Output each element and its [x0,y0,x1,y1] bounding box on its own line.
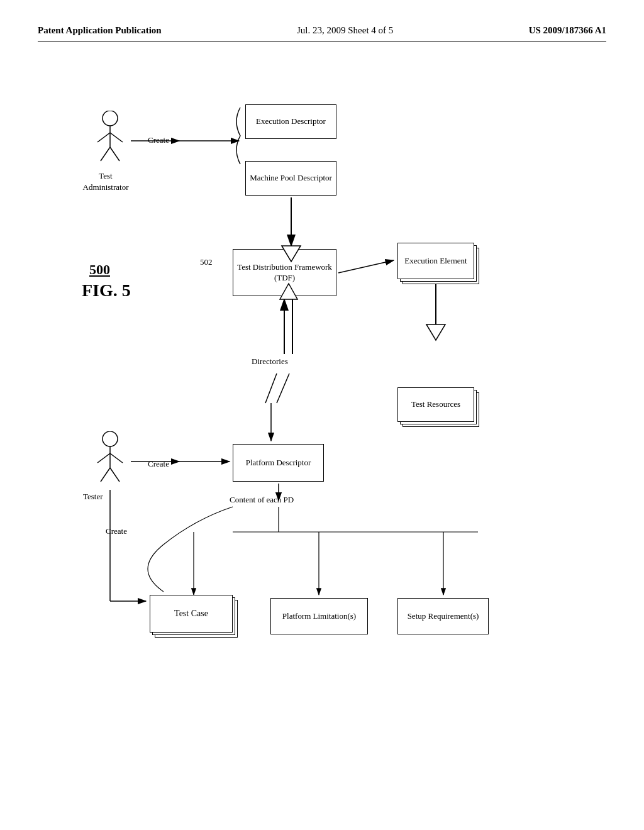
svg-line-8 [97,453,110,463]
fig-label: FIG. 5 [82,280,131,301]
svg-line-3 [110,133,123,142]
create2-label: Create [148,458,169,470]
test-resources-stack: Test Resources [397,387,479,425]
tester-label: Tester [83,491,103,502]
test-case-stack: Test Case [150,595,238,636]
stick-figure-test-admin [94,111,126,167]
execution-descriptor-box: Execution Descriptor [245,104,336,139]
svg-line-9 [110,453,123,463]
svg-line-10 [101,468,110,482]
header-date-sheet: Jul. 23, 2009 Sheet 4 of 5 [297,25,393,36]
svg-point-6 [103,431,118,446]
svg-line-26 [265,374,277,403]
svg-line-20 [338,260,394,273]
platform-descriptor-box: Platform Descriptor [233,444,324,482]
tdf-box: Test Distribution Framework (TDF) [233,249,336,296]
ref-502-label: 502 [200,257,213,268]
svg-point-0 [103,111,118,126]
header-patent-number: US 2009/187366 A1 [529,25,606,36]
create1-label: Create [148,135,169,146]
svg-line-4 [101,147,110,161]
test-admin-label: Test Administrator [80,170,131,193]
svg-line-11 [110,468,119,482]
machine-pool-descriptor-box: Machine Pool Descriptor [245,161,336,196]
svg-marker-22 [426,324,445,340]
svg-line-2 [97,133,110,142]
svg-line-5 [110,147,119,161]
setup-requirement-box: Setup Requirement(s) [397,598,489,634]
page: Patent Application Publication Jul. 23, … [0,0,644,830]
page-header: Patent Application Publication Jul. 23, … [38,25,606,42]
diagram-area: 500 FIG. 5 Test Administrator Create [38,54,606,796]
fig-ref-number: 500 [89,262,110,278]
svg-line-27 [277,374,289,403]
stick-figure-tester [94,431,126,488]
platform-limitation-box: Platform Limitation(s) [270,598,368,634]
create3-label: Create [106,526,127,537]
content-each-pd-label: Content of each PD [230,494,294,506]
header-publication-label: Patent Application Publication [38,25,162,36]
execution-element-stack: Execution Element [397,243,479,282]
directories-label: Directories [252,356,288,367]
